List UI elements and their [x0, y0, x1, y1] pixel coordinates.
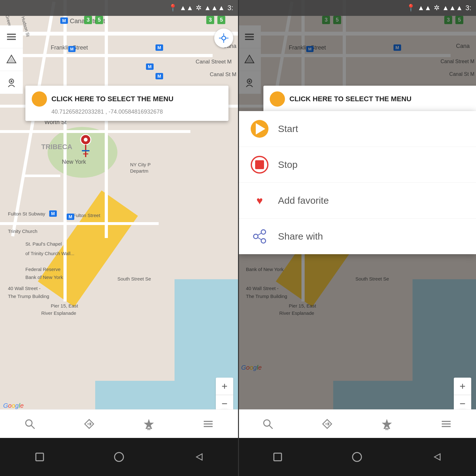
svg-rect-7	[7, 39, 16, 40]
context-menu: Start Stop ♥ Add favorite	[238, 111, 476, 254]
nav-search-r[interactable]	[258, 414, 277, 433]
status-icons-right: 📍 ▲▲ ✲ ▲▲▲ 3:	[407, 4, 471, 12]
menu-item-stop[interactable]: Stop	[238, 147, 476, 183]
road-worth	[0, 130, 190, 133]
map-sidebar-left	[0, 25, 23, 94]
menu-item-start[interactable]: Start	[238, 111, 476, 147]
right-callout-play-btn[interactable]	[270, 91, 285, 107]
trump-label: The Trump Building	[8, 294, 49, 299]
status-bar-left: 📍 ▲▲ ✲ ▲▲▲ 3:	[0, 0, 238, 16]
green-badge-5: 5	[95, 16, 103, 24]
share-icon-container	[251, 228, 268, 245]
metro-canal-right: M	[155, 44, 163, 51]
yellow-road	[38, 190, 138, 307]
svg-marker-21	[144, 419, 154, 429]
share-icon	[252, 229, 267, 244]
android-square-r[interactable]	[270, 449, 286, 465]
svg-rect-27	[36, 453, 43, 461]
green-badge-3: 3	[84, 16, 92, 24]
departm: Departm	[130, 168, 149, 174]
metro-canal-st: M	[155, 73, 163, 79]
layers-button[interactable]	[0, 25, 23, 48]
stop-label: Stop	[278, 159, 298, 170]
right-callout[interactable]: CLICK HERE TO SELECT THE MENU	[263, 86, 476, 112]
nav-starred[interactable]	[139, 414, 158, 433]
bottom-nav-right	[238, 409, 476, 438]
android-back-r[interactable]	[428, 449, 444, 465]
green-badge-3r: 3	[206, 16, 214, 24]
svg-rect-5	[7, 34, 16, 35]
divider	[238, 0, 239, 476]
zoom-in-right[interactable]: +	[454, 378, 471, 395]
canal-st-m-label: Canal St M	[210, 71, 236, 78]
stop-square-icon	[255, 160, 264, 169]
bluetooth-icon-r: ✲	[434, 4, 440, 12]
location-status-icon: 📍	[169, 4, 177, 12]
nav-search[interactable]	[20, 414, 39, 433]
svg-line-43	[269, 425, 273, 429]
river-label: River Esplanade	[41, 310, 76, 316]
gps-button[interactable]	[214, 29, 233, 48]
zoom-in-button[interactable]: +	[216, 378, 233, 395]
bluetooth-icon: ✲	[196, 4, 202, 12]
wall-st-label: 40 Wall Street -	[8, 286, 41, 291]
favorite-icon-container: ♥	[251, 192, 268, 209]
federal-reserve-label: Federal Reserve	[25, 267, 61, 272]
map-pin	[79, 133, 92, 160]
callout-play-button[interactable]	[32, 91, 47, 107]
road-canal	[0, 32, 238, 36]
location-status-icon-r: 📍	[407, 4, 415, 12]
start-label: Start	[278, 123, 298, 134]
play-triangle-icon	[36, 94, 44, 104]
fulton-subway-label: Fulton St Subway	[8, 211, 45, 216]
signal-icon: ▲▲	[180, 4, 194, 12]
metro-franklin: M	[68, 46, 76, 52]
android-home-button[interactable]	[111, 449, 127, 465]
right-play-icon	[274, 94, 282, 104]
metro-m-canal: M	[60, 17, 68, 24]
left-phone-screen: 📍 ▲▲ ✲ ▲▲▲ 3: Canal Street Franklin Stre…	[0, 0, 238, 476]
android-back-button[interactable]	[190, 449, 206, 465]
road-church	[22, 175, 60, 177]
favorite-label: Add favorite	[278, 195, 329, 206]
svg-point-28	[115, 453, 123, 461]
menu-item-favorite[interactable]: ♥ Add favorite	[238, 183, 476, 219]
network-icon-r: ▲▲▲	[442, 4, 463, 12]
android-square-button[interactable]	[32, 449, 48, 465]
bottom-nav-left	[0, 409, 238, 438]
svg-line-40	[258, 233, 261, 235]
start-icon-container	[251, 120, 268, 138]
road-franklin	[22, 54, 213, 57]
nav-directions-r[interactable]	[318, 414, 337, 433]
svg-rect-52	[274, 453, 281, 461]
map-callout-left[interactable]: CLICK HERE TO SELECT THE MENU 40.7126582…	[25, 86, 228, 121]
nav-starred-r[interactable]	[377, 414, 396, 433]
status-icons-left: 📍 ▲▲ ✲ ▲▲▲ 3:	[169, 4, 233, 12]
metro-canal-m2: M	[146, 63, 154, 70]
map-background-left[interactable]: Canal Street Franklin Street Leonard St …	[0, 0, 238, 438]
share-label: Share with	[278, 231, 323, 242]
svg-point-38	[261, 239, 266, 243]
svg-point-11	[10, 80, 12, 82]
svg-point-37	[261, 230, 266, 234]
stop-circle	[251, 156, 268, 174]
menu-item-share[interactable]: Share with	[238, 219, 476, 254]
location-save-button[interactable]	[0, 71, 23, 94]
layer-toggle-button[interactable]	[0, 48, 23, 71]
nav-directions[interactable]	[80, 414, 99, 433]
android-home-r[interactable]	[349, 449, 365, 465]
svg-point-1	[84, 138, 88, 142]
south-st: South Street Se	[117, 276, 151, 281]
google-logo: Google	[3, 402, 24, 409]
heart-icon: ♥	[256, 195, 263, 207]
fulton-street-label: Fulton Street	[73, 213, 100, 218]
nav-menu-r[interactable]	[437, 414, 456, 433]
callout-title-row: CLICK HERE TO SELECT THE MENU	[32, 91, 222, 107]
metro-fulton: M	[49, 210, 57, 217]
start-play-icon	[256, 123, 265, 135]
svg-marker-54	[434, 454, 440, 460]
nav-menu[interactable]	[199, 414, 218, 433]
svg-marker-46	[382, 419, 392, 429]
time-display: 3:	[228, 4, 233, 12]
svg-point-39	[254, 234, 258, 239]
